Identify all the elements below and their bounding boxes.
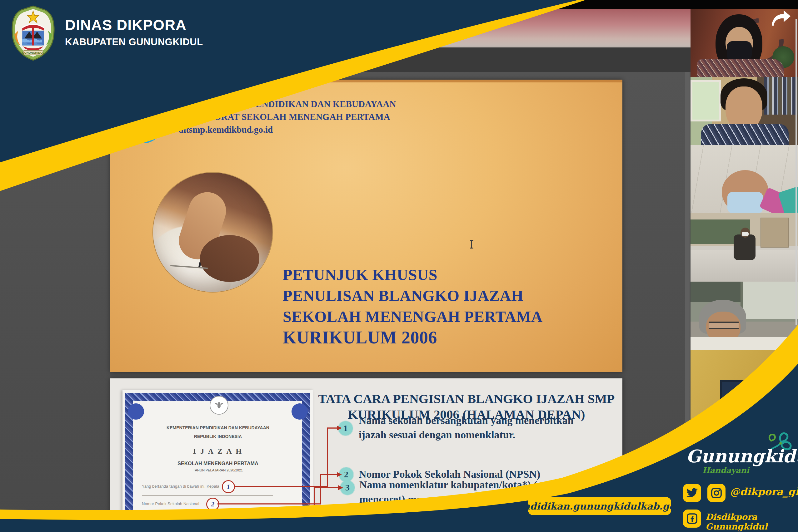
screen-share-region: 12 / 55 − 100% +	[0, 0, 690, 532]
video-panel-scrollbar[interactable]	[796, 19, 797, 325]
participant-video-2[interactable]	[690, 77, 798, 146]
kemdikbud-logo: TUT WURI HANDAYANI	[122, 86, 170, 144]
certificate-number-1: 1	[222, 480, 235, 493]
certificate-corner-ornament	[128, 403, 144, 420]
certificate-field-4: Provinsi	[142, 526, 156, 530]
participant-video-4[interactable]	[690, 213, 798, 283]
twitter-button[interactable]	[683, 484, 701, 502]
title-line-2: PENULISAN BLANGKO IJAZAH	[283, 285, 543, 306]
ijazah-certificate-image: KEMENTERIAN PENDIDIKAN DAN KEBUDAYAAN RE…	[123, 390, 313, 532]
participant-video-5[interactable]	[690, 282, 798, 351]
website-badge: pendidikan.gunungkidulkab.go.id	[528, 497, 671, 515]
certificate-subtitle: SEKOLAH MENENGAH PERTAMA	[123, 461, 313, 467]
certificate-header-2: REPUBLIK INDONESIA	[123, 434, 313, 439]
batik-shirt	[701, 124, 788, 146]
face-mask	[727, 41, 752, 61]
facebook-button[interactable]	[683, 510, 701, 528]
writing-hand-photo	[153, 173, 272, 292]
ministry-header: KEMENTERIAN PENDIDIKAN DAN KEBUDAYAAN DI…	[178, 98, 396, 136]
gunungkidul-crest: GUNUNGKIDUL	[8, 5, 58, 61]
certificate-header-1: KEMENTERIAN PENDIDIKAN DAN KEBUDAYAAN	[123, 425, 313, 430]
certificate-field-3: Kabupaten/Kota	[142, 515, 171, 520]
batik-clothing	[697, 59, 784, 77]
page-number-input[interactable]: 12	[211, 52, 228, 64]
toolbar-divider	[326, 53, 327, 62]
certificate-number-3: 3	[182, 511, 196, 525]
certificate-field-2: Nomor Pokok Sekolah Nasional :	[142, 501, 201, 506]
certificate-title: I J A Z A H	[123, 447, 313, 456]
item-2-badge: 2	[339, 468, 353, 482]
instagram-icon	[711, 487, 722, 499]
title-line-1: PETUNJUK KHUSUS	[283, 264, 543, 285]
whiteboard	[690, 337, 798, 350]
participant-4-figure	[733, 234, 756, 260]
slide-top-strip	[110, 80, 622, 82]
text-cursor	[469, 240, 474, 249]
hand-image	[200, 235, 259, 282]
certificate-number-2: 2	[206, 498, 219, 511]
title-line-3: SEKOLAH MENENGAH PERTAMA	[283, 306, 543, 327]
fit-page-button[interactable]	[333, 52, 347, 64]
garuda-emblem	[210, 396, 229, 415]
rotate-icon	[357, 53, 368, 63]
zoom-level-input[interactable]: 100%	[282, 52, 307, 64]
cabinet	[761, 217, 788, 248]
crest-region-label: GUNUNGKIDUL	[22, 51, 44, 54]
brand-tagline: Handayani	[702, 466, 749, 475]
item-1-text: Nama sekolah bersangkutan yang menerbitk…	[359, 413, 574, 442]
face-mask	[727, 192, 763, 213]
agency-region: KABUPATEN GUNUNGKIDUL	[65, 37, 203, 48]
glasses	[709, 322, 739, 329]
participant-6-figure	[755, 388, 785, 422]
social-handle: @dikpora_gk	[730, 486, 798, 498]
ministry-line-2: DIREKTORAT SEKOLAH MENENGAH PERTAMA	[178, 111, 396, 123]
item-3-badge: 3	[340, 480, 355, 495]
pdf-page-1: TUT WURI HANDAYANI KEMENTERIAN PENDIDIKA…	[110, 80, 622, 372]
zoom-out-button[interactable]: −	[260, 52, 272, 64]
top-black-strip	[0, 0, 798, 9]
ceiling	[741, 282, 798, 319]
instagram-button[interactable]	[707, 484, 726, 502]
item-1-badge: 1	[338, 421, 353, 436]
facebook-icon	[687, 513, 698, 524]
page-count-label: / 55	[231, 52, 249, 64]
share-arrow-icon[interactable]	[770, 10, 792, 27]
bookshelf	[764, 77, 798, 115]
facebook-name: Disdikpora Gunungkidul	[706, 512, 798, 531]
toolbar-divider	[256, 53, 256, 62]
face-mask	[742, 232, 749, 236]
participant-2-face	[726, 87, 762, 130]
certificate-note: menerangkan bahwa	[267, 527, 305, 532]
window	[690, 80, 721, 121]
certificate-corner-ornament	[291, 403, 308, 420]
twitter-icon	[686, 488, 698, 498]
fit-page-icon	[335, 53, 345, 63]
slide1-title: PETUNJUK KHUSUS PENULISAN BLANGKO IJAZAH…	[283, 264, 543, 348]
brand-name: Gunungkidul	[686, 446, 786, 467]
agency-header: DINAS DIKPORA KABUPATEN GUNUNGKIDUL	[65, 16, 203, 48]
certificate-blank-line	[142, 495, 273, 496]
certificate-field-1: Yang bertanda tangan di bawah ini, Kepal…	[142, 484, 219, 489]
certificate-year: TAHUN PELAJARAN 2020/2021	[123, 468, 313, 472]
participant-video-3[interactable]	[690, 145, 798, 214]
rotate-button[interactable]	[356, 52, 369, 64]
pdf-toolbar: 12 / 55 − 100% +	[0, 48, 690, 72]
participant-video-6[interactable]	[690, 350, 798, 440]
agency-name: DINAS DIKPORA	[65, 16, 203, 33]
title-line-4: KURIKULUM 2006	[283, 327, 543, 348]
zoom-in-button[interactable]: +	[310, 52, 323, 64]
ministry-line-3: ditsmp.kemdikbud.go.id	[178, 123, 396, 136]
ministry-line-1: KEMENTERIAN PENDIDIKAN DAN KEBUDAYAAN	[178, 98, 396, 111]
